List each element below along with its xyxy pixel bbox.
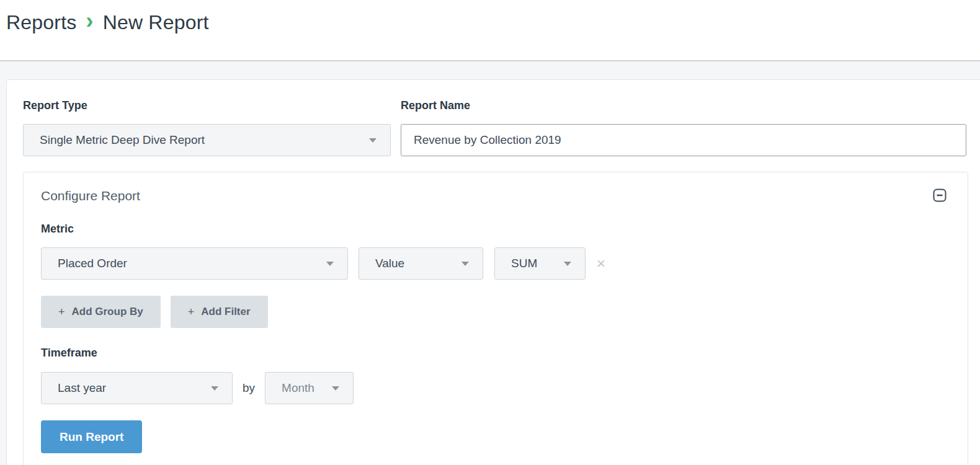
chevron-down-icon [326,262,334,266]
metric-aggregate-select[interactable]: SUM [494,247,586,280]
report-type-select[interactable]: Single Metric Deep Dive Report [23,124,391,156]
metric-event-select[interactable]: Placed Order [41,247,348,280]
collapse-section-button[interactable] [933,188,947,202]
timeframe-row: Last year by Month [41,372,950,404]
breadcrumb: Reports › New Report [6,9,980,36]
metric-label: Metric [41,223,950,236]
report-name-input[interactable] [401,124,966,156]
metric-event-value: Placed Order [58,257,127,270]
breadcrumb-reports-link[interactable]: Reports [6,9,76,36]
configure-report-title: Configure Report [41,188,950,203]
timeframe-label: Timeframe [41,347,950,360]
add-group-by-label: Add Group By [72,306,143,318]
metric-actions-row: + Add Group By + Add Filter [41,296,950,328]
remove-metric-icon[interactable]: ✕ [596,258,606,270]
chevron-down-icon [332,386,339,391]
page-title: New Report [103,9,209,36]
add-filter-label: Add Filter [201,306,250,318]
report-type-value: Single Metric Deep Dive Report [40,133,205,147]
timeframe-by-label: by [243,381,255,395]
run-report-button[interactable]: Run Report [41,420,142,453]
timeframe-range-select[interactable]: Last year [41,372,233,404]
metric-property-value: Value [375,257,404,270]
chevron-down-icon [211,386,218,391]
timeframe-interval-select[interactable]: Month [265,372,354,404]
plus-icon: + [58,306,65,319]
report-builder-panel: Report Type Single Metric Deep Dive Repo… [6,79,980,465]
timeframe-interval-value: Month [282,381,314,395]
plus-icon: + [188,306,195,319]
add-group-by-button[interactable]: + Add Group By [41,296,161,328]
page-content: Report Type Single Metric Deep Dive Repo… [0,61,980,465]
chevron-down-icon [369,138,376,143]
chevron-down-icon [461,262,469,266]
report-type-label: Report Type [23,99,391,112]
timeframe-range-value: Last year [58,381,106,395]
add-filter-button[interactable]: + Add Filter [171,296,268,328]
page-header: Reports › New Report [0,0,980,61]
configure-report-card: Configure Report Metric Placed Order Val… [23,172,968,465]
chevron-down-icon [564,262,571,266]
chevron-right-icon: › [86,9,93,36]
metric-row: Placed Order Value SUM ✕ [41,247,950,280]
minus-square-icon [933,195,947,204]
metric-property-select[interactable]: Value [359,247,483,280]
metric-aggregate-value: SUM [511,257,537,270]
report-name-label: Report Name [401,99,966,112]
